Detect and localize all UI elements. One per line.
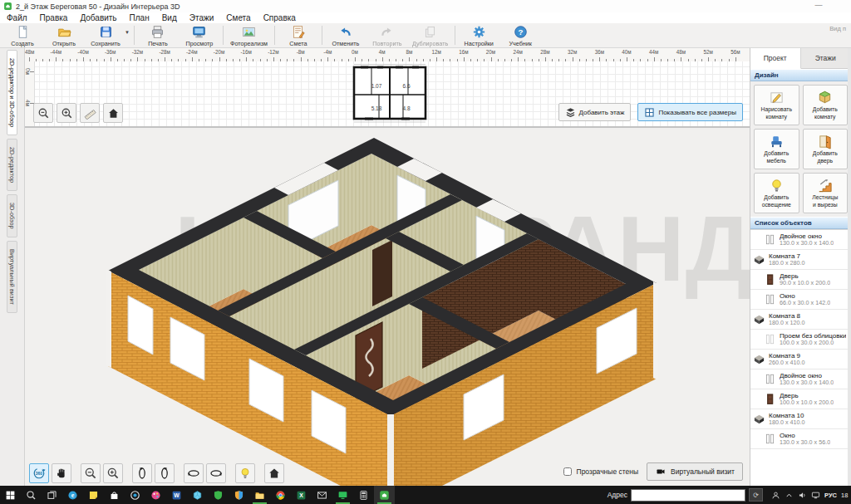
- viewport-3d[interactable]: КИПОГРАНД: [25, 130, 750, 486]
- toolbar-button-preview-monitor[interactable]: Просмотр: [179, 23, 220, 47]
- object-list-item[interactable]: Двойное окно130.0 x 30.0 x 140.0: [750, 230, 851, 250]
- taskbar-calculator-icon[interactable]: [353, 486, 374, 504]
- address-input[interactable]: [631, 489, 745, 502]
- plan-tool-zoom-out[interactable]: [33, 103, 53, 123]
- viewport-tool-rotate-360[interactable]: 360: [29, 463, 49, 483]
- toolbar-button-new-document[interactable]: Создать: [2, 23, 43, 47]
- plan-2d-strip[interactable]: 0м4м 1.076.65.184.8 Добавить этаж: [25, 61, 750, 128]
- panel-scrollbar[interactable]: [848, 48, 851, 486]
- design-button-draw-room[interactable]: Нарисоватькомнату: [754, 85, 799, 125]
- object-list-item[interactable]: Двойное окно130.0 x 30.0 x 140.0: [750, 369, 851, 389]
- taskbar-excel-icon[interactable]: X: [291, 486, 312, 504]
- viewport-tool-orbit-right[interactable]: [206, 463, 226, 483]
- svg-text:?: ?: [518, 27, 523, 37]
- taskbar-shield-green-icon[interactable]: [208, 486, 229, 504]
- add-floor-button[interactable]: Добавить этаж: [558, 103, 632, 121]
- toolbar-button-tutorial-help[interactable]: ?Учебник: [499, 23, 541, 47]
- toolbar-button-undo[interactable]: Отменить: [325, 23, 366, 47]
- viewport-tool-bulb[interactable]: [235, 463, 255, 483]
- menu-item-3[interactable]: Добавить: [80, 13, 116, 22]
- taskbar-cortana-icon[interactable]: [125, 486, 145, 504]
- taskbar-clock[interactable]: 18: [841, 492, 851, 499]
- zoom-out-icon: [37, 107, 50, 120]
- taskbar-win-search-icon[interactable]: [21, 486, 42, 504]
- view-tab-4[interactable]: Виртуальный визит: [7, 241, 17, 313]
- taskbar-word-icon[interactable]: W: [166, 486, 187, 504]
- menu-item-2[interactable]: Правка: [40, 13, 68, 22]
- tray-people-icon[interactable]: [771, 491, 780, 500]
- toolbar-button-print[interactable]: Печать: [137, 23, 179, 47]
- toolbar-separator: [274, 26, 275, 45]
- tray-network-icon[interactable]: [811, 491, 820, 500]
- object-list-item[interactable]: Комната 7180.0 x 280.0: [750, 250, 851, 270]
- taskbar-store-icon[interactable]: [104, 486, 125, 504]
- menu-item-7[interactable]: Смета: [226, 13, 250, 22]
- toolbar-button-open-folder[interactable]: Открыть: [43, 23, 85, 47]
- menu-item-6[interactable]: Этажи: [189, 13, 214, 22]
- minimize-button[interactable]: —: [811, 1, 826, 11]
- measure-ruler-icon: [84, 107, 96, 120]
- toolbar-button-photorealism[interactable]: Фотореализм: [226, 23, 272, 47]
- view-tab-2[interactable]: 2D-редактор: [7, 139, 17, 191]
- viewport-tool-zoom-in[interactable]: [103, 463, 123, 483]
- design-button-add-room-box[interactable]: Добавитькомнату: [803, 85, 849, 125]
- panel-tab-этажи[interactable]: Этажи: [801, 48, 851, 68]
- design-button-bulb[interactable]: Добавитьосвещение: [754, 173, 799, 213]
- tray-speaker-icon[interactable]: [798, 491, 807, 500]
- viewport-tool-zoom-out[interactable]: [81, 463, 101, 483]
- toolbar-button-save-floppy[interactable]: Сохранить: [85, 23, 126, 47]
- viewport-tool-orbit-left[interactable]: [184, 463, 204, 483]
- object-list-item[interactable]: Дверь100.0 x 10.0 x 200.0: [750, 389, 851, 409]
- panel-tab-проект[interactable]: Проект: [750, 48, 801, 69]
- menu-item-8[interactable]: Справка: [263, 13, 296, 22]
- menu-item-1[interactable]: Файл: [7, 13, 27, 22]
- house-3d-model[interactable]: КИПОГРАНД: [25, 130, 750, 486]
- taskbar-edge-icon[interactable]: e: [62, 486, 83, 504]
- design-button-furniture-chair[interactable]: Добавитьмебель: [754, 129, 799, 169]
- save-dropdown-arrow[interactable]: ▼: [125, 30, 130, 35]
- menu-item-4[interactable]: План: [130, 13, 150, 22]
- taskbar-sticky-notes-icon[interactable]: [83, 486, 104, 504]
- floorplan-preview[interactable]: 1.076.65.184.8: [352, 63, 428, 125]
- object-list-item[interactable]: Окно130.0 x 30.0 x 56.0: [750, 429, 851, 449]
- transparent-walls-checkbox[interactable]: [563, 467, 572, 476]
- virtual-visit-button[interactable]: Виртуальный визит: [647, 462, 743, 481]
- taskbar-win-start-icon[interactable]: [0, 486, 21, 504]
- toolbar-button-estimate[interactable]: Смета: [278, 23, 319, 47]
- viewport-tool-rotate-right[interactable]: [155, 463, 175, 483]
- taskbar-tv-green-icon[interactable]: [332, 486, 353, 504]
- plan-tool-home[interactable]: [103, 103, 123, 123]
- viewport-tool-rotate-left[interactable]: [132, 463, 152, 483]
- object-list-item[interactable]: Дверь90.0 x 10.0 x 200.0: [750, 270, 851, 290]
- object-list-item[interactable]: Комната 10180.0 x 410.0: [750, 409, 851, 429]
- menu-item-5[interactable]: Вид: [162, 13, 177, 22]
- language-indicator[interactable]: РУС: [824, 492, 837, 499]
- taskbar-paint-icon[interactable]: [145, 486, 166, 504]
- tray-chevron-up-icon[interactable]: [785, 491, 794, 500]
- address-go-button[interactable]: ⟳: [749, 488, 763, 502]
- taskbar-mail-icon[interactable]: [312, 486, 332, 504]
- object-list-item[interactable]: Комната 9260.0 x 410.0: [750, 350, 851, 369]
- toolbar-button-settings-gear[interactable]: Настройки: [458, 23, 499, 47]
- window-title: 2_й Этаж Береговая 50 - Дизайн Интерьера…: [16, 2, 180, 11]
- plan-tool-measure-ruler[interactable]: [80, 103, 100, 123]
- transparent-walls-toggle[interactable]: Прозрачные стены: [563, 467, 638, 476]
- show-all-dimensions-button[interactable]: Показывать все размеры: [637, 103, 743, 121]
- view-tab-3[interactable]: 3D-обзор: [7, 194, 17, 237]
- taskbar-win-taskview-icon[interactable]: [42, 486, 62, 504]
- taskbar-app-green-icon[interactable]: [374, 486, 395, 504]
- taskbar-folder-icon[interactable]: [249, 486, 270, 504]
- object-list-item[interactable]: Окно66.0 x 30.0 x 142.0: [750, 290, 851, 310]
- design-button-stairs[interactable]: Лестницыи вырезы: [803, 173, 849, 213]
- taskbar-defender-icon[interactable]: [229, 486, 249, 504]
- viewport-tool-pan-hand[interactable]: [52, 463, 71, 483]
- object-list-item[interactable]: Проем без облицовки100.0 x 30.0 x 200.0: [750, 330, 851, 350]
- design-button-door-open[interactable]: Добавитьдверь: [803, 129, 849, 169]
- taskbar-viewer-3d-icon[interactable]: [187, 486, 208, 504]
- plan-tool-zoom-in[interactable]: [57, 103, 76, 123]
- view-tab-1[interactable]: 2D-редактор и 3D-обзор: [7, 50, 17, 135]
- viewport-tool-home[interactable]: [264, 463, 284, 483]
- object-list-item[interactable]: Комната 8180.0 x 120.0: [750, 310, 851, 330]
- taskbar-chrome-icon[interactable]: [270, 486, 291, 504]
- application-window: 2_й Этаж Береговая 50 - Дизайн Интерьера…: [0, 0, 851, 504]
